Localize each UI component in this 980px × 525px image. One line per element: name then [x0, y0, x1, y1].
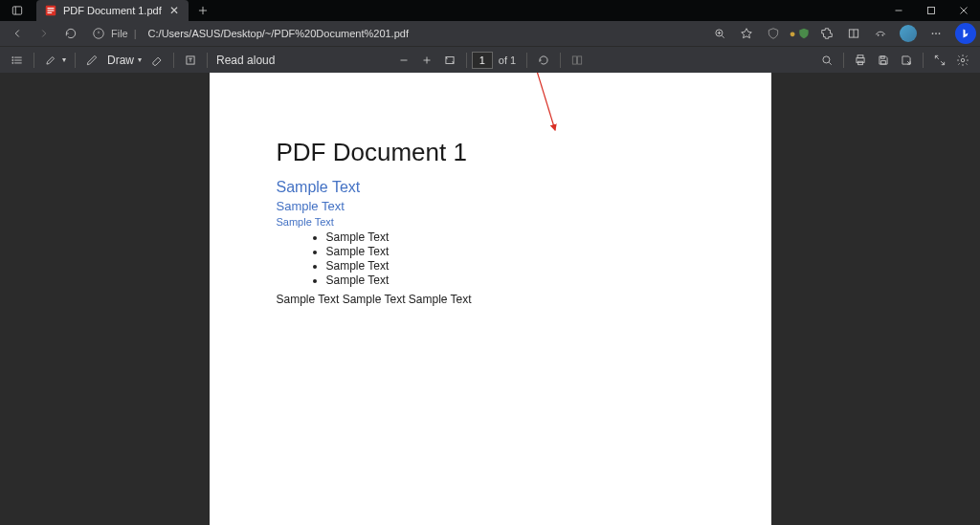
- svg-point-30: [12, 56, 13, 57]
- new-tab-button[interactable]: [192, 0, 213, 21]
- list-item: Sample Text: [326, 273, 704, 287]
- settings-button[interactable]: [951, 49, 974, 72]
- separator: [173, 53, 174, 68]
- favorites-button[interactable]: [733, 22, 760, 45]
- fullscreen-button[interactable]: [928, 49, 951, 72]
- collections-button[interactable]: [840, 22, 867, 45]
- tab-actions-button[interactable]: [0, 0, 34, 21]
- text-button[interactable]: [179, 49, 202, 72]
- svg-rect-47: [881, 55, 885, 57]
- zoom-indicator-icon[interactable]: [706, 22, 733, 45]
- rotate-button[interactable]: [532, 49, 555, 72]
- forward-button[interactable]: [31, 22, 57, 45]
- save-as-button[interactable]: [895, 49, 918, 72]
- profile-avatar[interactable]: [900, 25, 917, 42]
- paragraph-text: Sample Text Sample Text Sample Text: [277, 293, 704, 306]
- svg-rect-4: [48, 10, 55, 11]
- save-button[interactable]: [872, 49, 895, 72]
- svg-rect-0: [12, 7, 21, 14]
- svg-line-16: [722, 35, 724, 37]
- address-scheme-label: File: [111, 28, 128, 39]
- svg-rect-9: [928, 8, 935, 14]
- svg-rect-48: [881, 60, 886, 64]
- highlight-button[interactable]: [39, 49, 62, 72]
- tab-close-button[interactable]: ✕: [167, 4, 181, 17]
- separator: [466, 53, 467, 68]
- svg-rect-45: [857, 57, 864, 62]
- svg-point-25: [935, 33, 937, 34]
- svg-rect-39: [446, 56, 454, 63]
- list-item: Sample Text: [326, 259, 704, 273]
- page-number-input[interactable]: [472, 52, 493, 69]
- separator: [207, 53, 208, 68]
- list-item: Sample Text: [326, 230, 704, 244]
- svg-marker-19: [742, 29, 752, 38]
- svg-point-51: [961, 58, 965, 62]
- draw-icon[interactable]: [80, 49, 103, 72]
- svg-point-42: [823, 55, 830, 62]
- pdf-favicon: [44, 4, 57, 17]
- svg-point-26: [939, 33, 941, 34]
- page-of-label: of 1: [499, 55, 516, 66]
- tab-title: PDF Document 1.pdf: [63, 5, 162, 16]
- menu-button[interactable]: [923, 22, 949, 45]
- maximize-button[interactable]: [915, 0, 947, 21]
- separator: [33, 53, 34, 68]
- svg-rect-40: [573, 55, 577, 63]
- bing-sidebar-button[interactable]: [955, 23, 976, 44]
- svg-point-31: [12, 59, 13, 60]
- print-button[interactable]: [849, 49, 872, 72]
- svg-point-23: [882, 34, 883, 35]
- performance-button[interactable]: [867, 22, 894, 45]
- zoom-in-button[interactable]: [415, 49, 438, 72]
- draw-label[interactable]: Draw: [107, 54, 134, 67]
- fit-page-button[interactable]: [438, 49, 461, 72]
- window-titlebar: PDF Document 1.pdf ✕: [0, 0, 980, 21]
- extensions-button[interactable]: [813, 22, 840, 45]
- svg-line-49: [935, 55, 939, 59]
- svg-point-22: [878, 34, 879, 35]
- erase-button[interactable]: [145, 49, 168, 72]
- heading-level-1: Sample Text: [277, 179, 704, 196]
- separator: [843, 53, 844, 68]
- separator: [560, 53, 561, 68]
- page-view-button[interactable]: [566, 49, 589, 72]
- separator: [75, 53, 76, 68]
- contents-button[interactable]: [6, 49, 29, 72]
- heading-level-2: Sample Text: [277, 199, 704, 213]
- svg-point-24: [932, 33, 934, 34]
- pdf-viewer[interactable]: PDF Document 1 Sample Text Sample Text S…: [0, 73, 980, 525]
- zoom-out-button[interactable]: [392, 49, 415, 72]
- svg-line-43: [829, 62, 831, 64]
- refresh-button[interactable]: [57, 22, 84, 45]
- read-aloud-button[interactable]: Read aloud: [216, 54, 275, 67]
- close-window-button[interactable]: [947, 0, 980, 21]
- highlight-dropdown[interactable]: ▾: [62, 55, 66, 64]
- back-button[interactable]: [4, 22, 31, 45]
- list-item: Sample Text: [326, 245, 704, 258]
- find-button[interactable]: [815, 49, 838, 72]
- svg-point-32: [12, 62, 13, 63]
- bullet-list: Sample Text Sample Text Sample Text Samp…: [326, 230, 704, 287]
- separator: [923, 53, 924, 68]
- separator: [526, 53, 527, 68]
- browser-tab[interactable]: PDF Document 1.pdf ✕: [36, 0, 189, 21]
- address-bar[interactable]: File | C:/Users/ASUS/Desktop/~/PDF%20Doc…: [92, 27, 409, 40]
- svg-rect-5: [48, 12, 53, 13]
- security-shield-icon[interactable]: ●: [787, 22, 813, 45]
- pdf-page: PDF Document 1 Sample Text Sample Text S…: [210, 73, 771, 525]
- draw-dropdown[interactable]: ▾: [138, 55, 142, 64]
- svg-line-50: [941, 61, 945, 64]
- address-path: C:/Users/ASUS/Desktop/~/PDF%20Document%2…: [148, 28, 409, 39]
- document-title: PDF Document 1: [277, 138, 704, 167]
- browser-navbar: File | C:/Users/ASUS/Desktop/~/PDF%20Doc…: [0, 21, 980, 46]
- tracking-shield-icon[interactable]: [760, 22, 787, 45]
- heading-level-3: Sample Text: [277, 216, 704, 228]
- svg-rect-41: [578, 55, 582, 63]
- pdf-toolbar: ▾ Draw ▾ Read aloud of 1: [0, 46, 980, 73]
- svg-rect-3: [48, 8, 55, 9]
- svg-rect-46: [858, 61, 863, 64]
- minimize-button[interactable]: [882, 0, 915, 21]
